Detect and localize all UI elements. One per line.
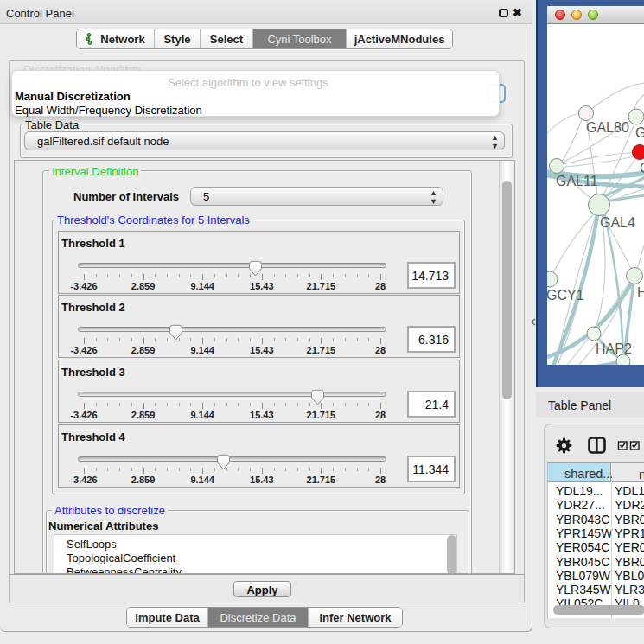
svg-text:GAL80: GAL80 — [586, 120, 629, 135]
svg-text:GCY1: GCY1 — [547, 288, 584, 303]
svg-text:HAP2: HAP2 — [596, 341, 632, 356]
svg-text:G.: G. — [635, 125, 644, 140]
svg-text:H: H — [637, 285, 644, 300]
svg-text:GAL11: GAL11 — [556, 174, 598, 188]
svg-text:GAL4: GAL4 — [600, 215, 635, 230]
svg-text:C: C — [640, 161, 644, 175]
